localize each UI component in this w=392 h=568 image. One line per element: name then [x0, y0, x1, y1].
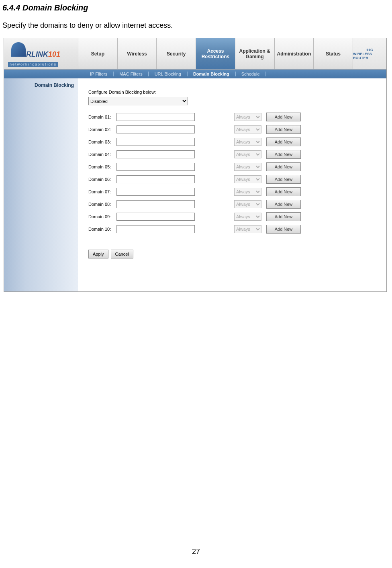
doc-section-heading: 6.4.4 Domain Blocking	[0, 0, 392, 12]
tab-application-gaming[interactable]: Application & Gaming	[235, 38, 274, 69]
badge-line2: WIRELESS ROUTER	[353, 52, 386, 60]
domain-input[interactable]	[116, 188, 195, 196]
domain-input[interactable]	[116, 138, 195, 146]
subtab-domain-blocking[interactable]: Domain Blocking	[188, 72, 236, 76]
tab-wireless[interactable]: Wireless	[117, 38, 157, 69]
tab-status[interactable]: Status	[313, 38, 353, 69]
tab-access-restrictions[interactable]: Access Restrictions	[196, 38, 235, 69]
domain-row: Domain 10:AlwaysAdd New	[88, 225, 386, 234]
add-new-button[interactable]: Add New	[266, 113, 301, 121]
cancel-button[interactable]: Cancel	[111, 250, 133, 258]
domain-label: Domain 08:	[88, 202, 116, 207]
domain-input[interactable]	[116, 113, 195, 121]
domain-input[interactable]	[116, 213, 195, 221]
add-new-button[interactable]: Add New	[266, 137, 301, 146]
domain-row: Domain 02:AlwaysAdd New	[88, 125, 386, 134]
add-new-button[interactable]: Add New	[266, 150, 301, 159]
sub-nav: IP Filters MAC Filters URL Blocking Doma…	[4, 70, 386, 78]
add-new-button[interactable]: Add New	[266, 200, 301, 209]
sidebar: Domain Blocking	[4, 78, 78, 291]
logo-graphic: IRLINK101	[11, 42, 60, 59]
domain-label: Domain 03:	[88, 139, 116, 144]
add-new-button[interactable]: Add New	[266, 187, 301, 196]
domain-row: Domain 03:AlwaysAdd New	[88, 137, 386, 146]
form-panel: Configure Domain Blocking below: Disable…	[78, 78, 386, 291]
domain-label: Domain 06:	[88, 177, 116, 182]
doc-section-subtext: Specify the domains to deny or allow int…	[0, 12, 392, 30]
domain-row: Domain 09:AlwaysAdd New	[88, 212, 386, 221]
add-new-button[interactable]: Add New	[266, 175, 301, 184]
add-new-button[interactable]: Add New	[266, 125, 301, 134]
domain-input[interactable]	[116, 175, 195, 183]
blocking-mode-select[interactable]: Disabled	[88, 97, 188, 105]
badge-line1: 11G	[366, 48, 373, 52]
domain-label: Domain 02:	[88, 127, 116, 132]
domain-label: Domain 07:	[88, 189, 116, 194]
router-admin-screenshot: IRLINK101 networkingsolutions Setup Wire…	[4, 38, 387, 292]
tab-setup[interactable]: Setup	[78, 38, 117, 69]
schedule-select[interactable]: Always	[234, 225, 261, 233]
tab-administration[interactable]: Administration	[274, 38, 314, 69]
logo-area: IRLINK101 networkingsolutions	[4, 38, 78, 69]
domain-row: Domain 07:AlwaysAdd New	[88, 187, 386, 196]
schedule-select[interactable]: Always	[234, 125, 261, 133]
subtab-mac-filters[interactable]: MAC Filters	[114, 72, 149, 76]
header-bar: IRLINK101 networkingsolutions Setup Wire…	[4, 38, 386, 70]
config-label: Configure Domain Blocking below:	[88, 90, 386, 94]
domain-rows: Domain 01:AlwaysAdd NewDomain 02:AlwaysA…	[88, 113, 386, 234]
domain-input[interactable]	[116, 150, 195, 158]
domain-label: Domain 10:	[88, 227, 116, 232]
logo-text: IRLINK101	[24, 50, 60, 59]
logo-tagline: networkingsolutions	[8, 62, 58, 67]
logo-icon	[11, 42, 26, 57]
domain-label: Domain 05:	[88, 164, 116, 169]
content-area: Domain Blocking Configure Domain Blockin…	[4, 78, 386, 291]
schedule-select[interactable]: Always	[234, 188, 261, 196]
subtab-url-blocking[interactable]: URL Blocking	[149, 72, 188, 76]
sidebar-title: Domain Blocking	[4, 82, 74, 88]
schedule-select[interactable]: Always	[234, 213, 261, 221]
action-row: Apply Cancel	[88, 250, 386, 258]
schedule-select[interactable]: Always	[234, 175, 261, 183]
domain-row: Domain 01:AlwaysAdd New	[88, 113, 386, 121]
tab-security[interactable]: Security	[156, 38, 196, 69]
schedule-select[interactable]: Always	[234, 150, 261, 158]
subtab-schedule[interactable]: Schedule	[236, 72, 266, 76]
wireless-router-badge: 11G WIRELESS ROUTER	[353, 38, 386, 69]
domain-input[interactable]	[116, 163, 195, 171]
domain-label: Domain 09:	[88, 214, 116, 219]
page-number: 27	[192, 547, 200, 556]
domain-row: Domain 08:AlwaysAdd New	[88, 200, 386, 209]
main-tabs: Setup Wireless Security Access Restricti…	[78, 38, 353, 69]
add-new-button[interactable]: Add New	[266, 212, 301, 221]
domain-input[interactable]	[116, 200, 195, 208]
domain-label: Domain 01:	[88, 115, 116, 119]
domain-input[interactable]	[116, 125, 195, 133]
domain-row: Domain 05:AlwaysAdd New	[88, 162, 386, 171]
schedule-select[interactable]: Always	[234, 200, 261, 208]
add-new-button[interactable]: Add New	[266, 162, 301, 171]
domain-input[interactable]	[116, 225, 195, 233]
subtab-ip-filters[interactable]: IP Filters	[84, 72, 114, 76]
schedule-select[interactable]: Always	[234, 113, 261, 121]
schedule-select[interactable]: Always	[234, 138, 261, 146]
add-new-button[interactable]: Add New	[266, 225, 301, 234]
domain-row: Domain 06:AlwaysAdd New	[88, 175, 386, 184]
apply-button[interactable]: Apply	[88, 250, 108, 258]
schedule-select[interactable]: Always	[234, 163, 261, 171]
domain-label: Domain 04:	[88, 152, 116, 157]
domain-row: Domain 04:AlwaysAdd New	[88, 150, 386, 159]
